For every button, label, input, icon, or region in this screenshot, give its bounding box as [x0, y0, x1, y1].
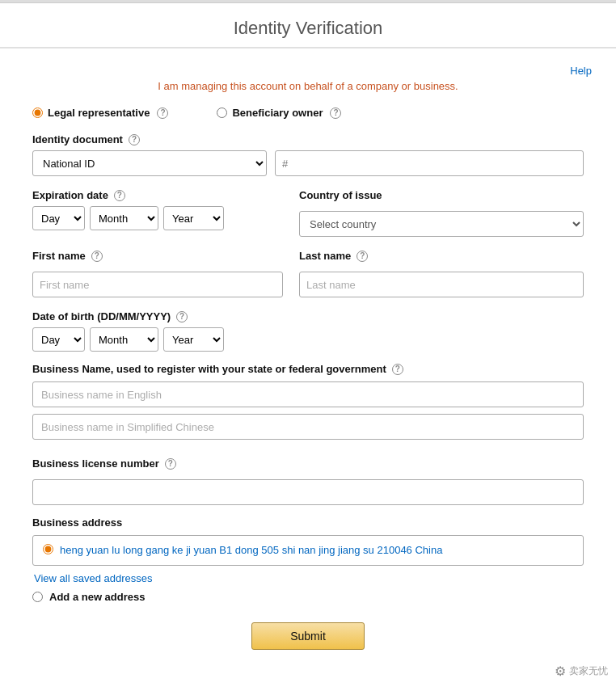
- watermark: ⚙ 卖家无忧: [555, 664, 608, 679]
- identity-doc-help-icon[interactable]: ?: [129, 134, 140, 145]
- business-name-label: Business Name, used to register with you…: [32, 363, 386, 375]
- last-name-help-icon[interactable]: ?: [357, 251, 368, 262]
- submit-button[interactable]: Submit: [251, 622, 365, 650]
- saved-address-text: heng yuan lu long gang ke ji yuan B1 don…: [60, 542, 442, 558]
- watermark-icon: ⚙: [555, 664, 566, 679]
- beneficiary-owner-help-icon[interactable]: ?: [330, 107, 341, 119]
- dob-year-select[interactable]: Year: [163, 327, 224, 352]
- first-name-input[interactable]: [32, 272, 283, 297]
- view-all-addresses-link[interactable]: View all saved addresses: [34, 572, 584, 584]
- expiry-year-select[interactable]: Year: [163, 206, 224, 230]
- expiry-month-select[interactable]: Month: [90, 206, 158, 230]
- identity-doc-select[interactable]: National ID Passport Driver's License: [32, 150, 267, 176]
- page-title: Identity Verification: [0, 18, 616, 39]
- business-address-label: Business address: [32, 516, 122, 529]
- legal-rep-option[interactable]: Legal representative ?: [32, 107, 168, 119]
- dob-month-select[interactable]: Month: [90, 327, 158, 352]
- saved-address-radio[interactable]: [43, 544, 53, 554]
- submit-section: Submit: [32, 622, 584, 650]
- expiry-date-row: Day Month Year: [32, 206, 283, 230]
- expiry-country-row: Expiration date ? Day Month Year: [32, 189, 584, 237]
- expiry-day-select[interactable]: Day: [32, 206, 85, 230]
- beneficiary-owner-option[interactable]: Beneficiary owner ?: [217, 107, 341, 119]
- add-address-radio[interactable]: [32, 592, 43, 602]
- business-name-chinese-input[interactable]: [32, 414, 584, 440]
- beneficiary-owner-label: Beneficiary owner: [232, 107, 323, 119]
- add-address-row: Add a new address: [32, 591, 584, 603]
- dob-label: Date of birth (DD/MM/YYYY): [32, 310, 171, 322]
- dob-date-row: Day Month Year: [32, 327, 584, 352]
- add-address-label: Add a new address: [49, 591, 145, 603]
- business-license-label: Business license number: [32, 457, 159, 470]
- business-license-help-icon[interactable]: ?: [165, 458, 176, 470]
- help-link[interactable]: Help: [570, 65, 592, 77]
- business-name-help-icon[interactable]: ?: [392, 364, 403, 375]
- role-selection: Legal representative ? Beneficiary owner…: [32, 107, 584, 119]
- saved-address-card[interactable]: heng yuan lu long gang ke ji yuan B1 don…: [32, 535, 584, 566]
- country-of-issue-label: Country of issue: [299, 189, 382, 201]
- legal-rep-help-icon[interactable]: ?: [157, 107, 168, 119]
- managing-text: I am managing this account on behalf of …: [0, 77, 616, 107]
- last-name-input[interactable]: [299, 272, 584, 297]
- address-section: Business address heng yuan lu long gang …: [32, 516, 584, 603]
- last-name-label: Last name: [299, 250, 351, 262]
- expiry-date-label: Expiration date: [32, 189, 108, 201]
- name-row: First name ? Last name ?: [32, 250, 584, 297]
- first-name-label: First name: [32, 250, 86, 262]
- business-name-english-input[interactable]: [32, 381, 584, 407]
- id-number-input[interactable]: [275, 150, 584, 176]
- identity-doc-label: Identity document: [32, 133, 123, 145]
- country-of-issue-select[interactable]: Select country: [299, 211, 584, 237]
- expiry-date-help-icon[interactable]: ?: [114, 190, 125, 201]
- identity-doc-row: National ID Passport Driver's License: [32, 150, 584, 176]
- dob-help-icon[interactable]: ?: [176, 311, 188, 322]
- first-name-help-icon[interactable]: ?: [91, 251, 103, 262]
- legal-rep-label: Legal representative: [48, 107, 150, 119]
- watermark-text: 卖家无忧: [569, 664, 608, 678]
- business-license-input[interactable]: [32, 479, 584, 505]
- dob-day-select[interactable]: Day: [32, 327, 85, 352]
- beneficiary-owner-radio[interactable]: [217, 107, 227, 118]
- legal-rep-radio[interactable]: [32, 107, 43, 118]
